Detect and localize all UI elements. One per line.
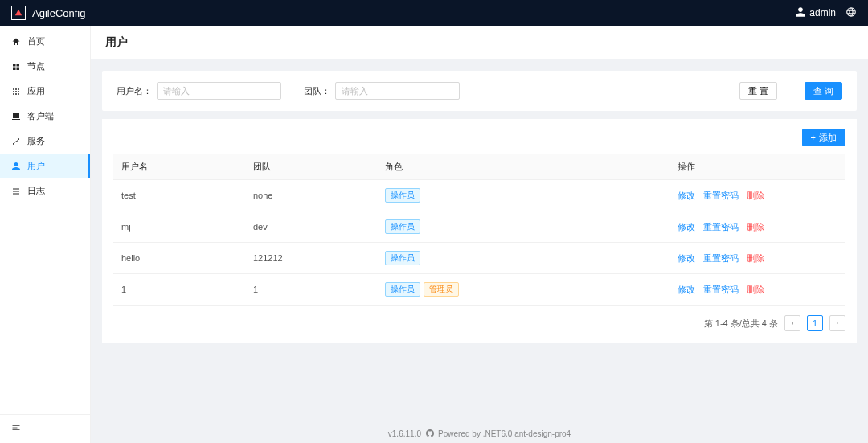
table-card: + 添加 用户名 团队 角色 操作 testnone操作员修改重置密码删除mjd… (102, 119, 857, 343)
search-button[interactable]: 查 询 (805, 82, 842, 100)
sidebar-item-user[interactable]: 用户 (0, 154, 90, 178)
global-header: AgileConfig admin (0, 0, 868, 26)
log-icon (11, 187, 21, 196)
pagination-next-button[interactable] (829, 315, 845, 331)
filter-card: 用户名： 团队： 重 置 查 询 (102, 71, 857, 111)
sidebar-item-label: 节点 (27, 60, 45, 72)
node-icon (11, 62, 21, 72)
svg-point-3 (13, 91, 14, 92)
sidebar-item-label: 应用 (27, 85, 45, 97)
role-tag-admin: 管理员 (424, 282, 459, 297)
home-icon (11, 37, 21, 47)
pagination-summary: 第 1-4 条/总共 4 条 (704, 318, 778, 330)
col-role: 角色 (377, 154, 669, 180)
reset-pw-link[interactable]: 重置密码 (703, 285, 739, 294)
svg-point-2 (18, 88, 19, 90)
pagination-prev-button[interactable] (784, 315, 800, 331)
svg-point-1 (15, 88, 17, 90)
page-title: 用户 (91, 26, 868, 59)
sidebar-item-label: 日志 (27, 185, 45, 197)
sidebar-item-home[interactable]: 首页 (0, 29, 90, 54)
edit-link[interactable]: 修改 (678, 191, 695, 200)
delete-link[interactable]: 删除 (747, 222, 764, 232)
client-icon (11, 112, 21, 121)
team-filter-label: 团队： (304, 85, 330, 97)
plus-icon: + (811, 133, 816, 142)
sidebar-item-label: 首页 (27, 35, 45, 47)
sidebar-item-label: 服务 (27, 135, 45, 147)
pagination: 第 1-4 条/总共 4 条 1 (113, 306, 845, 331)
sidebar-item-app[interactable]: 应用 (0, 79, 90, 104)
delete-link[interactable]: 删除 (747, 191, 764, 200)
username-input[interactable] (157, 82, 281, 100)
sidebar-item-log[interactable]: 日志 (0, 178, 90, 203)
user-icon (795, 6, 806, 20)
pagination-page-1[interactable]: 1 (807, 315, 823, 331)
reset-pw-link[interactable]: 重置密码 (703, 253, 739, 263)
sidebar-item-label: 用户 (27, 160, 45, 172)
edit-link[interactable]: 修改 (678, 253, 695, 263)
sidebar: 首页节点应用客户端服务用户日志 (0, 26, 91, 443)
col-team: 团队 (245, 154, 377, 180)
reset-pw-link[interactable]: 重置密码 (703, 191, 739, 200)
role-tag-operator: 操作员 (385, 188, 420, 203)
user-icon (11, 162, 21, 171)
svg-point-9 (13, 143, 14, 145)
svg-point-0 (13, 88, 14, 90)
delete-link[interactable]: 删除 (747, 253, 764, 263)
role-tag-operator: 操作员 (385, 282, 420, 297)
table-row: testnone操作员修改重置密码删除 (113, 180, 845, 211)
sidebar-item-client[interactable]: 客户端 (0, 104, 90, 129)
username-filter-label: 用户名： (117, 85, 152, 97)
language-switch-icon[interactable] (845, 6, 857, 20)
app-icon (11, 87, 21, 96)
svg-point-7 (15, 93, 17, 95)
svg-point-8 (18, 93, 19, 95)
sidebar-item-label: 客户端 (27, 110, 54, 122)
github-icon (426, 429, 434, 438)
team-input[interactable] (335, 82, 460, 100)
svg-point-5 (18, 91, 19, 92)
current-user[interactable]: admin (795, 6, 836, 20)
svg-point-6 (13, 93, 14, 95)
username-label: admin (809, 7, 836, 18)
add-button[interactable]: + 添加 (802, 129, 845, 146)
service-icon (11, 137, 21, 146)
delete-link[interactable]: 删除 (747, 285, 764, 294)
role-tag-operator: 操作员 (385, 219, 420, 234)
edit-link[interactable]: 修改 (678, 222, 695, 232)
col-actions: 操作 (669, 154, 845, 180)
table-row: hello121212操作员修改重置密码删除 (113, 243, 845, 274)
global-footer: v1.6.11.0 Powered by .NET6.0 ant-design-… (91, 423, 868, 443)
brand-logo (11, 6, 26, 20)
svg-point-10 (18, 138, 19, 140)
sidebar-collapse-icon[interactable] (11, 424, 21, 435)
role-tag-operator: 操作员 (385, 251, 420, 265)
col-username: 用户名 (113, 154, 245, 180)
edit-link[interactable]: 修改 (678, 285, 695, 294)
brand-name: AgileConfig (32, 7, 86, 19)
table-row: 11操作员管理员修改重置密码删除 (113, 274, 845, 306)
svg-point-4 (15, 91, 17, 92)
user-table: 用户名 团队 角色 操作 testnone操作员修改重置密码删除mjdev操作员… (113, 154, 845, 306)
sidebar-item-node[interactable]: 节点 (0, 54, 90, 79)
sidebar-item-service[interactable]: 服务 (0, 129, 90, 154)
table-row: mjdev操作员修改重置密码删除 (113, 211, 845, 243)
reset-button[interactable]: 重 置 (739, 82, 777, 100)
reset-pw-link[interactable]: 重置密码 (703, 222, 739, 232)
